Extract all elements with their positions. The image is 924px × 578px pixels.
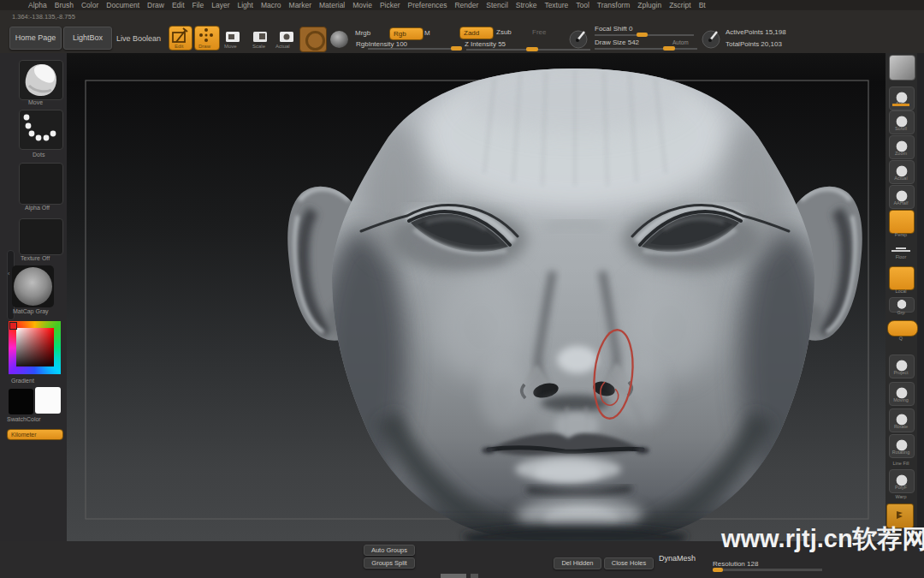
svg-text:Edit: Edit xyxy=(175,44,184,49)
svg-text:Draw: Draw xyxy=(198,44,211,49)
